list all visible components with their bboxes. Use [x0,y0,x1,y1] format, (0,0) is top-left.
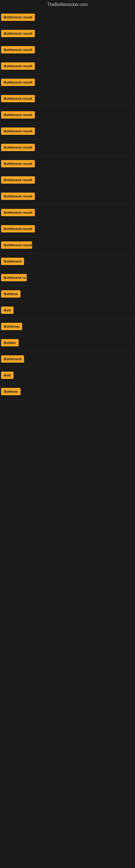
bottleneck-section-3: Bottleneck result [0,42,135,58]
bottleneck-section-12: Bottleneck result [0,188,135,205]
bottleneck-badge-7: Bottleneck result [1,111,35,119]
footnote: ... [0,465,135,470]
bottleneck-list: Bottleneck resultBottleneck resultBottle… [0,9,135,400]
bottleneck-section-14: Bottleneck result [0,221,135,237]
bottleneck-section-13: Bottleneck result [0,205,135,221]
bottleneck-section-23: Bott [0,367,135,383]
bottleneck-item-23: Bott [1,371,134,380]
bottleneck-section-8: Bottleneck result [0,123,135,140]
bottleneck-badge-15: Bottleneck result [1,241,32,249]
bottleneck-badge-22: Bottleneck [1,355,24,363]
bottleneck-badge-21: Bottlen [1,339,18,346]
bottleneck-item-10: Bottleneck result [1,159,134,168]
bottleneck-section-20: Bottlenec [0,318,135,335]
bottleneck-section-24: Bottlene [0,383,135,400]
bottleneck-section-19: Bott [0,302,135,318]
bottleneck-item-22: Bottleneck [1,354,134,364]
bottleneck-item-12: Bottleneck result [1,191,134,201]
bottleneck-item-17: Bottleneck re [1,273,134,282]
bottleneck-item-2: Bottleneck result [1,29,134,38]
bottleneck-badge-10: Bottleneck result [1,160,35,167]
bottleneck-item-5: Bottleneck result [1,78,134,87]
bottleneck-section-21: Bottlen [0,335,135,351]
bottleneck-item-7: Bottleneck result [1,110,134,120]
bottleneck-section-1: Bottleneck result [0,9,135,26]
bottleneck-section-6: Bottleneck result [0,91,135,107]
bottleneck-item-1: Bottleneck result [1,12,134,22]
bottleneck-badge-24: Bottlene [1,388,20,395]
bottleneck-badge-20: Bottlenec [1,323,22,330]
bottleneck-badge-13: Bottleneck result [1,209,35,216]
bottleneck-badge-19: Bott [1,307,13,314]
bottleneck-item-3: Bottleneck result [1,45,134,55]
bottleneck-badge-17: Bottleneck re [1,274,27,281]
bottleneck-badge-11: Bottleneck result [1,176,35,184]
bottleneck-item-11: Bottleneck result [1,175,134,185]
bottleneck-section-16: Bottleneck [0,253,135,270]
bottleneck-item-18: Bottlene [1,289,134,299]
bottleneck-section-4: Bottleneck result [0,58,135,74]
bottleneck-badge-4: Bottleneck result [1,62,35,70]
bottleneck-badge-2: Bottleneck result [1,30,35,37]
bottleneck-badge-23: Bott [1,372,13,379]
bottleneck-item-9: Bottleneck result [1,143,134,152]
bottleneck-badge-9: Bottleneck result [1,144,35,151]
bottleneck-item-16: Bottleneck [1,257,134,266]
bottleneck-item-19: Bott [1,305,134,315]
site-title: TheBottlenecker.com [0,0,135,9]
bottleneck-section-22: Bottleneck [0,351,135,367]
bottleneck-item-13: Bottleneck result [1,208,134,217]
bottleneck-badge-16: Bottleneck [1,258,24,265]
bottleneck-item-20: Bottlenec [1,322,134,331]
bottleneck-section-7: Bottleneck result [0,107,135,123]
bottleneck-section-5: Bottleneck result [0,74,135,91]
bottleneck-badge-5: Bottleneck result [1,79,35,86]
bottleneck-badge-8: Bottleneck result [1,127,35,135]
bottleneck-badge-18: Bottlene [1,290,20,298]
bottleneck-section-18: Bottlene [0,286,135,302]
bottleneck-section-9: Bottleneck result [0,140,135,156]
bottleneck-item-8: Bottleneck result [1,126,134,136]
bottleneck-item-21: Bottlen [1,338,134,347]
bottleneck-item-14: Bottleneck result [1,224,134,234]
bottleneck-section-11: Bottleneck result [0,172,135,188]
bottleneck-item-24: Bottlene [1,387,134,396]
bottleneck-item-4: Bottleneck result [1,61,134,71]
bottleneck-item-6: Bottleneck result [1,94,134,103]
bottleneck-badge-6: Bottleneck result [1,95,35,102]
bottleneck-section-15: Bottleneck result [0,237,135,253]
bottleneck-badge-14: Bottleneck result [1,225,35,232]
bottleneck-section-2: Bottleneck result [0,26,135,42]
bottleneck-item-15: Bottleneck result [1,240,134,250]
bottleneck-badge-12: Bottleneck result [1,193,35,200]
bottleneck-badge-1: Bottleneck result [1,13,35,21]
bottleneck-section-10: Bottleneck result [0,156,135,172]
bottleneck-section-17: Bottleneck re [0,270,135,286]
bottleneck-badge-3: Bottleneck result [1,46,35,54]
